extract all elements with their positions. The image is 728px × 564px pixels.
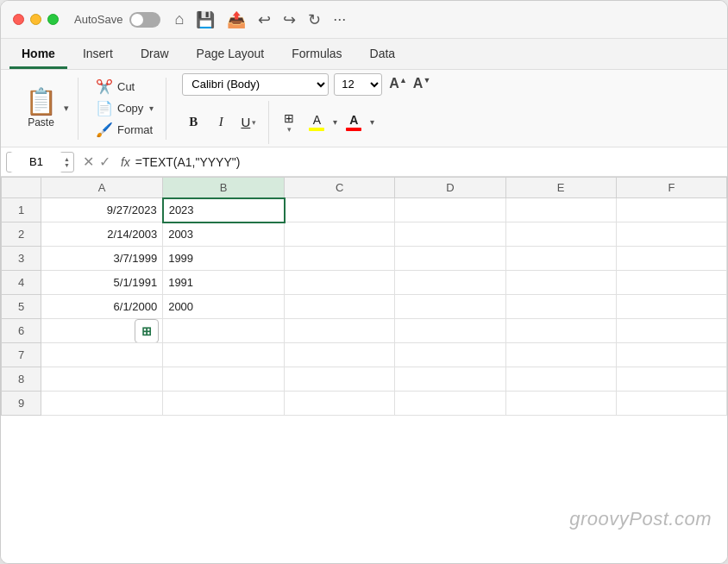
cell-b2[interactable]: 2003 (163, 222, 285, 247)
save-cloud-icon[interactable]: 📤 (227, 10, 246, 29)
highlight-button[interactable]: A (305, 111, 328, 134)
save-disk-icon[interactable]: 💾 (196, 10, 215, 29)
close-button[interactable] (13, 14, 24, 25)
cell-c3[interactable] (285, 247, 395, 271)
cell-ref-spinner[interactable]: ▲▼ (64, 156, 70, 168)
cell-c4[interactable] (285, 271, 395, 295)
refresh-icon[interactable]: ↻ (308, 10, 321, 29)
cell-f5[interactable] (616, 295, 726, 319)
font-color-button[interactable]: A (342, 111, 365, 134)
font-name-select[interactable]: Calibri (Body) (182, 73, 329, 96)
cell-f4[interactable] (616, 271, 726, 295)
cell-d7[interactable] (395, 343, 505, 367)
cell-f1[interactable] (616, 198, 726, 222)
cell-b1[interactable]: 2023 (163, 198, 285, 222)
copy-button[interactable]: 📄 Copy ▾ (92, 98, 157, 118)
cell-b6[interactable] (163, 319, 285, 343)
more-icon[interactable]: ··· (333, 10, 346, 28)
underline-dropdown-arrow[interactable]: ▾ (252, 118, 256, 127)
cell-e2[interactable] (505, 222, 616, 247)
font-size-select[interactable]: 12 (334, 73, 382, 96)
cell-a2[interactable]: 2/14/2003 (41, 222, 163, 247)
col-header-e[interactable]: E (505, 178, 616, 198)
borders-dropdown-arrow[interactable]: ▾ (287, 125, 292, 134)
cell-b9[interactable] (163, 392, 285, 416)
cell-e6[interactable] (505, 319, 616, 343)
cell-f2[interactable] (616, 222, 726, 247)
cell-e1[interactable] (505, 198, 616, 222)
format-painter-button[interactable]: 🖌️ Format (92, 120, 157, 140)
cell-d8[interactable] (395, 367, 505, 392)
col-header-c[interactable]: C (285, 178, 395, 198)
cell-c5[interactable] (285, 295, 395, 319)
paste-button[interactable]: 📋 Paste (20, 87, 62, 130)
cell-a9[interactable] (41, 392, 163, 416)
cell-c6[interactable] (285, 319, 395, 343)
cell-d9[interactable] (395, 392, 505, 416)
col-header-f[interactable]: F (616, 178, 726, 198)
cell-c2[interactable] (285, 222, 395, 247)
cell-f9[interactable] (616, 392, 726, 416)
minimize-button[interactable] (30, 14, 41, 25)
cell-a6[interactable]: ⊞ (41, 319, 163, 343)
cell-b7[interactable] (163, 343, 285, 367)
cell-f6[interactable] (616, 319, 726, 343)
formula-input[interactable] (135, 155, 722, 169)
cell-e4[interactable] (505, 271, 616, 295)
borders-button[interactable]: ⊞ ▾ (278, 111, 300, 134)
increase-font-size-button[interactable]: A▲ (387, 74, 408, 93)
cell-f8[interactable] (616, 367, 726, 392)
tab-formulas[interactable]: Formulas (279, 41, 354, 69)
home-icon[interactable]: ⌂ (174, 10, 184, 28)
cell-b8[interactable] (163, 367, 285, 392)
cell-d6[interactable] (395, 319, 505, 343)
cell-a7[interactable] (41, 343, 163, 367)
cell-a1[interactable]: 9/27/2023 (41, 198, 163, 222)
cell-reference-input[interactable] (10, 152, 62, 172)
cell-d1[interactable] (395, 198, 505, 222)
underline-button[interactable]: U ▾ (237, 111, 260, 134)
undo-icon[interactable]: ↩ (258, 10, 271, 29)
cell-f7[interactable] (616, 343, 726, 367)
cell-f3[interactable] (616, 247, 726, 271)
cell-d5[interactable] (395, 295, 505, 319)
bold-button[interactable]: B (182, 111, 204, 134)
cell-a4[interactable]: 5/1/1991 (41, 271, 163, 295)
tab-draw[interactable]: Draw (129, 41, 181, 69)
highlight-dropdown-arrow[interactable]: ▾ (333, 117, 337, 127)
cell-c9[interactable] (285, 392, 395, 416)
decrease-font-size-button[interactable]: A▼ (411, 74, 432, 93)
redo-icon[interactable]: ↪ (283, 10, 296, 29)
cell-c7[interactable] (285, 343, 395, 367)
tab-page-layout[interactable]: Page Layout (185, 41, 277, 69)
cell-c1[interactable] (285, 198, 395, 222)
cell-e9[interactable] (505, 392, 616, 416)
cell-e5[interactable] (505, 295, 616, 319)
tab-insert[interactable]: Insert (71, 41, 125, 69)
copy-dropdown-arrow[interactable]: ▾ (149, 103, 154, 113)
cell-b3[interactable]: 1999 (163, 247, 285, 271)
cancel-formula-icon[interactable]: ✕ (83, 154, 94, 170)
cell-d2[interactable] (395, 222, 505, 247)
paste-dropdown-arrow[interactable]: ▾ (64, 103, 69, 114)
cell-e7[interactable] (505, 343, 616, 367)
col-header-b[interactable]: B (163, 178, 285, 198)
confirm-formula-icon[interactable]: ✓ (99, 154, 110, 170)
cell-b5[interactable]: 2000 (163, 295, 285, 319)
cell-a5[interactable]: 6/1/2000 (41, 295, 163, 319)
autofill-button[interactable]: ⊞ (135, 319, 159, 343)
cell-a8[interactable] (41, 367, 163, 392)
tab-data[interactable]: Data (358, 41, 408, 69)
tab-home[interactable]: Home (9, 41, 67, 69)
cell-e8[interactable] (505, 367, 616, 392)
font-color-dropdown-arrow[interactable]: ▾ (370, 117, 374, 127)
cell-d3[interactable] (395, 247, 505, 271)
cell-b4[interactable]: 1991 (163, 271, 285, 295)
cell-c8[interactable] (285, 367, 395, 392)
cell-a3[interactable]: 3/7/1999 (41, 247, 163, 271)
cell-d4[interactable] (395, 271, 505, 295)
maximize-button[interactable] (47, 14, 59, 25)
col-header-d[interactable]: D (395, 178, 505, 198)
cell-e3[interactable] (505, 247, 616, 271)
autosave-toggle[interactable] (129, 12, 160, 28)
